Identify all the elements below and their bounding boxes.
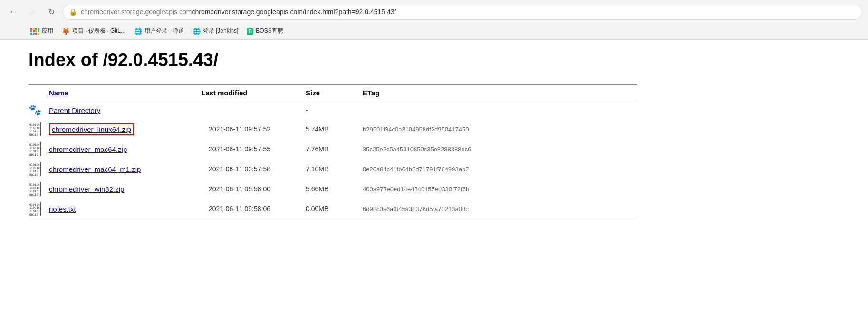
- table-row: 01010011001011010100110notes.txt2021-06-…: [29, 199, 637, 219]
- file-zip-icon: 01010011001011010100110: [29, 162, 41, 176]
- file-modified-cell: 2021-06-11 09:57:58: [201, 159, 306, 179]
- nav-bar: ← → ↻ 🔒 chromedriver.storage.googleapis.…: [0, 0, 868, 24]
- file-name-cell: chromedriver_mac64_m1.zip: [49, 159, 201, 179]
- file-etag-cell: 6d98c0a6a6f45a38376d5fa70213a08c: [363, 199, 637, 219]
- file-icon-cell: 01010011001011010100110: [29, 119, 49, 139]
- file-name-cell: chromedriver_linux64.zip: [49, 119, 201, 139]
- table-row: 🐾Parent Directory-: [29, 101, 637, 120]
- file-modified-cell: 2021-06-11 09:57:55: [201, 139, 306, 159]
- file-link[interactable]: chromedriver_mac64.zip: [49, 145, 127, 153]
- file-etag-cell: 0e20a81c41fb64b3d71791f764993ab7: [363, 159, 637, 179]
- lock-icon: 🔒: [69, 8, 77, 16]
- col-modified-header: Last modified: [201, 85, 306, 101]
- page-content: Index of /92.0.4515.43/ Name Last modifi…: [0, 40, 665, 238]
- folder-up-icon: 🐾: [29, 104, 41, 116]
- table-row: 01010011001011010100110chromedriver_mac6…: [29, 139, 637, 159]
- back-button[interactable]: ←: [6, 4, 21, 19]
- globe-icon: 🌐: [193, 28, 201, 35]
- fox-icon: 🦊: [62, 28, 70, 35]
- file-size-cell: 5.74MB: [306, 119, 363, 139]
- file-name-cell: chromedriver_mac64.zip: [49, 139, 201, 159]
- file-size-cell: 7.10MB: [306, 159, 363, 179]
- bookmark-jenkins[interactable]: 🌐 登录 [Jenkins]: [189, 26, 242, 37]
- file-icon-cell: 01010011001011010100110: [29, 179, 49, 199]
- url-protocol: chromedriver.storage.googleapis.com: [81, 8, 192, 16]
- bookmark-gitlab[interactable]: 🦊 项目 · 仪表板 · GitL...: [58, 26, 129, 37]
- bookmarks-bar: 应用 🦊 项目 · 仪表板 · GitL... 🌐 用户登录 - 禅道 🌐 登录…: [0, 24, 868, 40]
- col-icon-header: [29, 85, 49, 101]
- bookmark-zentao-label: 用户登录 - 禅道: [145, 27, 184, 35]
- file-link[interactable]: chromedriver_win32.zip: [49, 185, 124, 193]
- col-size-header: Size: [306, 85, 363, 101]
- file-modified-cell: 2021-06-11 09:58:00: [201, 179, 306, 199]
- url-text: chromedriver.storage.googleapis.comchrom…: [81, 8, 396, 16]
- page-title: Index of /92.0.4515.43/: [29, 50, 637, 70]
- file-size-cell: 0.00MB: [306, 199, 363, 219]
- apps-icon: [30, 28, 39, 35]
- file-link[interactable]: chromedriver_mac64_m1.zip: [49, 165, 141, 173]
- table-row: 01010011001011010100110chromedriver_linu…: [29, 119, 637, 139]
- file-size-cell: -: [306, 101, 363, 120]
- file-icon-cell: 01010011001011010100110: [29, 199, 49, 219]
- file-etag-cell: b29501f84c0a3104958df2d950417450: [363, 119, 637, 139]
- forward-button[interactable]: →: [25, 4, 40, 19]
- bookmark-jenkins-label: 登录 [Jenkins]: [203, 27, 239, 35]
- file-zip-icon: 01010011001011010100110: [29, 202, 41, 216]
- file-zip-icon: 01010011001011010100110: [29, 122, 41, 136]
- bookmark-boss[interactable]: B BOSS直聘: [243, 26, 287, 37]
- boss-icon: B: [247, 28, 253, 35]
- file-size-cell: 7.76MB: [306, 139, 363, 159]
- file-name-cell: chromedriver_win32.zip: [49, 179, 201, 199]
- file-etag-cell: 400a977e0ed14e4340155ed330f72f5b: [363, 179, 637, 199]
- col-etag-header: ETag: [363, 85, 637, 101]
- file-icon-cell: 🐾: [29, 101, 49, 120]
- file-etag-cell: [363, 101, 637, 120]
- bookmark-boss-label: BOSS直聘: [256, 27, 283, 35]
- file-zip-icon: 01010011001011010100110: [29, 142, 41, 156]
- file-link-highlighted[interactable]: chromedriver_linux64.zip: [49, 123, 134, 135]
- file-modified-cell: [201, 101, 306, 120]
- bookmark-gitlab-label: 项目 · 仪表板 · GitL...: [72, 27, 125, 35]
- url-path: chromedriver.storage.googleapis.com/inde…: [192, 8, 396, 16]
- bookmark-apps-label: 应用: [42, 27, 53, 35]
- file-table: Name Last modified Size ETag 🐾Parent Dir…: [29, 84, 637, 219]
- table-row: 01010011001011010100110chromedriver_mac6…: [29, 159, 637, 179]
- file-zip-icon: 01010011001011010100110: [29, 182, 41, 196]
- bookmark-zentao[interactable]: 🌐 用户登录 - 禅道: [130, 26, 188, 37]
- table-header-row: Name Last modified Size ETag: [29, 85, 637, 101]
- file-link[interactable]: notes.txt: [49, 205, 76, 213]
- file-size-cell: 5.66MB: [306, 179, 363, 199]
- file-icon-cell: 01010011001011010100110: [29, 139, 49, 159]
- file-link[interactable]: Parent Directory: [49, 106, 100, 114]
- file-name-cell: notes.txt: [49, 199, 201, 219]
- bookmark-apps[interactable]: 应用: [27, 26, 57, 37]
- address-bar[interactable]: 🔒 chromedriver.storage.googleapis.comchr…: [63, 4, 862, 20]
- col-name-header[interactable]: Name: [49, 85, 201, 101]
- file-modified-cell: 2021-06-11 09:57:52: [201, 119, 306, 139]
- file-modified-cell: 2021-06-11 09:58:06: [201, 199, 306, 219]
- reload-button[interactable]: ↻: [44, 4, 59, 19]
- table-row: 01010011001011010100110chromedriver_win3…: [29, 179, 637, 199]
- globe-blue-icon: 🌐: [134, 28, 142, 35]
- file-etag-cell: 35c25e2c5a45310850c35e8288388dc6: [363, 139, 637, 159]
- file-name-cell: Parent Directory: [49, 101, 201, 120]
- browser-chrome: ← → ↻ 🔒 chromedriver.storage.googleapis.…: [0, 0, 868, 40]
- file-icon-cell: 01010011001011010100110: [29, 159, 49, 179]
